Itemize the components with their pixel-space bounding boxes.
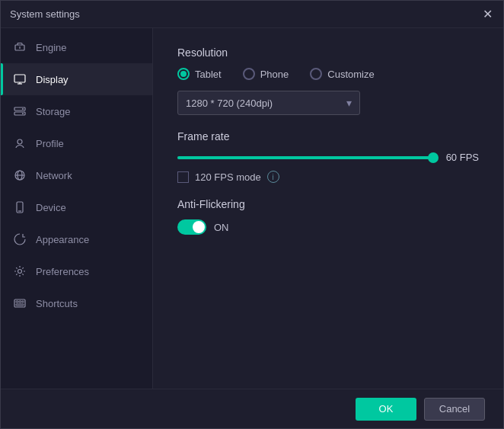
sidebar-item-display[interactable]: Display [1,63,152,95]
anti-flickering-section: Anti-Flickering ON [177,198,479,235]
display-icon [13,72,27,86]
svg-rect-20 [16,304,24,306]
sidebar-label-shortcuts: Shortcuts [36,298,78,309]
resolution-section: Resolution Tablet Phone Customize [177,46,479,115]
sidebar-label-profile: Profile [36,138,64,149]
appearance-icon [13,232,27,246]
resolution-dropdown[interactable]: 1280 * 720 (240dpi) ▾ [177,91,360,115]
info-icon[interactable]: i [267,171,279,183]
footer: OK Cancel [1,389,503,428]
radio-label-customize: Customize [327,69,374,80]
svg-point-7 [22,108,24,110]
cancel-button[interactable]: Cancel [424,398,485,421]
preferences-icon [13,264,27,278]
sidebar-item-storage[interactable]: Storage [1,95,152,127]
fps-mode-label: 120 FPS mode [195,171,261,183]
content-area: Resolution Tablet Phone Customize [153,28,503,389]
device-icon [13,200,27,214]
radio-tablet[interactable]: Tablet [177,68,222,80]
dropdown-arrow-icon: ▾ [346,97,352,109]
slider-track [177,156,437,159]
sidebar-item-preferences[interactable]: Preferences [1,255,152,287]
resolution-radio-group: Tablet Phone Customize [177,68,479,80]
sidebar-label-engine: Engine [36,42,66,53]
svg-point-9 [18,139,22,144]
sidebar-label-display: Display [36,74,69,85]
sidebar-item-device[interactable]: Device [1,191,152,223]
slider-thumb [428,152,439,163]
sidebar-label-device: Device [36,202,66,213]
radio-label-tablet: Tablet [195,69,222,80]
fps-mode-checkbox[interactable] [177,171,189,183]
svg-point-15 [18,270,22,274]
fps-mode-row: 120 FPS mode i [177,171,479,183]
radio-label-phone: Phone [260,69,289,80]
title-bar: System settings ✕ [1,1,503,28]
anti-flicker-toggle[interactable] [177,219,206,235]
shortcuts-icon [13,296,27,310]
frame-rate-section: Frame rate 60 FPS 120 FPS mode i [177,130,479,183]
sidebar: Engine Display Storage Profile [1,28,153,389]
toggle-thumb [193,221,205,233]
close-button[interactable]: ✕ [480,8,494,21]
svg-rect-17 [16,301,18,303]
toggle-row: ON [177,219,479,235]
profile-icon [13,136,27,150]
resolution-label: Resolution [177,46,479,59]
main-content: Engine Display Storage Profile [1,28,503,389]
radio-phone[interactable]: Phone [243,68,289,80]
radio-circle-tablet [177,68,190,80]
svg-point-8 [22,113,24,114]
radio-circle-phone [243,68,255,80]
sidebar-label-appearance: Appearance [36,234,89,245]
radio-circle-customize [310,68,322,80]
system-settings-window: System settings ✕ Engine Display [0,0,504,429]
storage-icon [13,104,27,118]
toggle-state-label: ON [214,222,229,233]
slider-row: 60 FPS [177,152,479,163]
fps-value: 60 FPS [446,152,479,163]
svg-rect-2 [14,75,25,82]
sidebar-label-storage: Storage [36,106,71,117]
sidebar-item-shortcuts[interactable]: Shortcuts [1,287,152,319]
sidebar-label-preferences: Preferences [36,266,89,277]
network-icon [13,168,27,182]
window-title: System settings [10,8,80,20]
sidebar-item-network[interactable]: Network [1,159,152,191]
anti-flickering-label: Anti-Flickering [177,198,479,210]
ok-button[interactable]: OK [356,398,416,421]
dropdown-value: 1280 * 720 (240dpi) [186,98,273,109]
sidebar-item-profile[interactable]: Profile [1,127,152,159]
slider-fill [177,156,437,159]
radio-customize[interactable]: Customize [310,68,374,80]
sidebar-item-engine[interactable]: Engine [1,31,152,63]
frame-rate-slider[interactable] [177,156,437,159]
svg-rect-18 [19,301,21,303]
sidebar-label-network: Network [36,170,72,181]
frame-rate-label: Frame rate [177,130,479,142]
engine-icon [13,40,27,54]
svg-rect-19 [22,301,24,303]
sidebar-item-appearance[interactable]: Appearance [1,223,152,255]
